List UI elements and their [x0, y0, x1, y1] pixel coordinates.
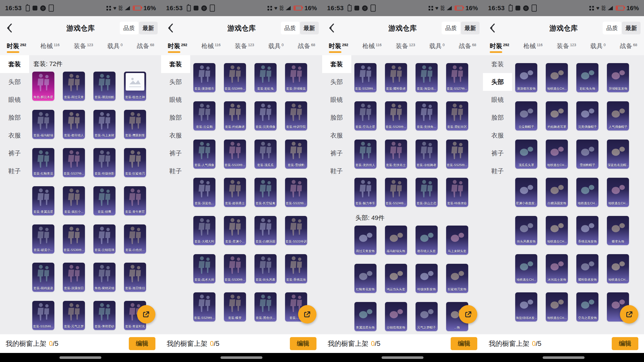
item-card[interactable]: 套装-耀粉歌者 [385, 63, 407, 92]
item-card[interactable]: 街头风暴发饰 [515, 216, 537, 245]
tab-vehicles[interactable]: 载具0 [107, 40, 123, 55]
item-card[interactable]: 人气偶像帽子 [607, 101, 629, 130]
item-card[interactable]: 马上来财头套 [446, 226, 468, 255]
item-card[interactable]: 地铁逃生CH... [546, 216, 568, 245]
sidebar-item-face[interactable]: 脸部 [322, 109, 351, 127]
item-card[interactable]: 套装-SS25特... [446, 140, 468, 169]
item-card[interactable]: 冰河战士发饰 [546, 254, 568, 283]
item-card[interactable]: 元气之梦帽子 [416, 302, 438, 331]
sidebar-item-pants[interactable]: 裤子 [0, 144, 29, 162]
item-card[interactable]: 地铁逃生CH... [607, 178, 629, 207]
tab-equipment[interactable]: 装备123 [74, 40, 93, 55]
item-card[interactable]: 套装-街头风暴 [254, 254, 277, 283]
item-card[interactable]: 套装-蝶变 [224, 292, 246, 322]
sort-quality-button[interactable]: 品质 [120, 22, 138, 34]
sidebar-item-head[interactable]: 头部 [161, 73, 190, 91]
sidebar-item-sets[interactable]: 套装 [483, 55, 512, 73]
item-card[interactable]: 套装-龙的传人 [354, 140, 376, 169]
item-card[interactable]: 云朵鹅帽子 [515, 101, 537, 130]
tab-fashion[interactable]: 时装292 [7, 40, 26, 55]
back-button[interactable] [164, 22, 177, 35]
item-card[interactable]: 套装-霓虹街区 [446, 101, 468, 130]
item-card[interactable]: 套装-特殊使命 [446, 178, 468, 207]
tab-supplies[interactable]: 战备68 [459, 40, 476, 55]
sidebar-item-pants[interactable]: 裤子 [161, 144, 190, 162]
sidebar-item-glasses[interactable]: 眼镜 [161, 91, 190, 109]
item-card[interactable]: 套装-鹰眼刺客 [124, 110, 146, 139]
item-card[interactable]: 雨过天青发饰 [354, 226, 376, 255]
item-card[interactable]: 套装-福马献瑞 [32, 110, 54, 139]
item-card[interactable]: 套装-雨过天青 [63, 72, 85, 101]
item-card[interactable]: 都市猎人头套 [416, 226, 438, 255]
item-card[interactable]: 套装-漫游都市 [193, 63, 215, 92]
item-card[interactable]: 套装-SS34特... [224, 63, 246, 92]
item-card[interactable]: 套装-SS28特... [354, 63, 376, 92]
item-card[interactable]: 套装-完美偶像 [254, 101, 277, 130]
item-card[interactable]: 星渊小夜曲发... [515, 178, 537, 207]
item-card[interactable]: 套装-狂鲨锋刃 [124, 148, 146, 177]
item-card[interactable]: 套装-SS37特... [63, 148, 85, 177]
item-card[interactable]: 角色-紫绡灵猫 [93, 263, 115, 292]
item-card[interactable]: 套装-玲珑侠影 [93, 148, 115, 177]
item-card[interactable]: 套装-SS29特... [193, 292, 215, 322]
item-card[interactable]: 套装-特训学院 [285, 101, 307, 130]
item-card[interactable]: 地铁逃生CH... [546, 140, 568, 169]
back-button[interactable] [3, 22, 16, 35]
tab-fashion[interactable]: 时装292 [168, 40, 187, 55]
home-indicator[interactable] [221, 356, 262, 359]
sort-latest-button[interactable]: 最新 [461, 22, 480, 34]
sidebar-item-face[interactable]: 脸部 [483, 109, 512, 127]
item-card[interactable]: 套装-破蛋小... [32, 224, 54, 254]
item-card[interactable]: 套装-SS27特... [446, 63, 468, 92]
sort-quality-button[interactable]: 品质 [603, 22, 621, 34]
item-card[interactable]: 套装-彩虹兔 [254, 63, 277, 92]
item-card[interactable]: 套装-黑色伏... [254, 292, 277, 322]
sidebar-item-sets[interactable]: 套装 [0, 55, 29, 73]
item-card[interactable]: 套装-元气之梦 [63, 301, 85, 330]
item-card[interactable]: 套装-青年教官 [124, 186, 146, 215]
tab-equipment[interactable]: 装备123 [557, 40, 576, 55]
item-card[interactable]: 灼焰舞者耳罩 [546, 101, 568, 130]
item-card[interactable]: 套装-竞技名士 [385, 140, 407, 169]
item-card[interactable]: 套装-海盐绵... [416, 63, 438, 92]
item-card[interactable]: 套装-SS36特... [63, 224, 85, 254]
tab-firearms[interactable]: 枪械116 [362, 40, 382, 55]
share-export-button[interactable] [459, 305, 477, 324]
sidebar-item-sets[interactable]: 套装 [322, 55, 351, 73]
home-indicator[interactable] [382, 356, 423, 359]
sidebar-item-head[interactable]: 头部 [0, 73, 29, 91]
item-card[interactable]: 套装-雪绒豹 [285, 140, 307, 169]
item-card[interactable]: 套装-青翼流星 [32, 186, 54, 215]
tab-firearms[interactable]: 枪械116 [201, 40, 221, 55]
item-card[interactable]: 青翼流星头饰 [354, 302, 376, 331]
item-card[interactable]: 套装-薄荷星砂 [93, 301, 115, 330]
item-card[interactable]: 套装-狙击之神 [124, 72, 146, 101]
back-button[interactable] [486, 22, 499, 35]
sidebar-item-face[interactable]: 脸部 [161, 109, 190, 127]
item-card[interactable]: 套装-猎鹰 [93, 186, 115, 215]
item-card[interactable]: 套装-战术大师 [193, 254, 215, 283]
item-card[interactable]: 套装-潮流炫酷 [93, 72, 115, 101]
tab-vehicles[interactable]: 载具0 [590, 40, 606, 55]
item-card[interactable]: 套装-星渊小... [224, 216, 246, 245]
item-card[interactable]: 套装-灼焰舞者 [224, 101, 246, 130]
item-card[interactable]: 套装-异域银装 [285, 63, 307, 92]
item-card[interactable]: 套装-云锦琉璃 [93, 224, 115, 254]
edit-button[interactable]: 编辑 [129, 337, 155, 350]
sidebar-item-pants[interactable]: 裤子 [322, 144, 351, 162]
share-export-button[interactable] [298, 305, 316, 324]
item-card[interactable]: 白糖汤圆发饰 [546, 178, 568, 207]
item-card[interactable]: 云锦琉璃发饰 [385, 302, 407, 331]
item-card[interactable]: 套装-红釉青花 [32, 148, 54, 177]
item-card[interactable]: 套装-浪山之恋 [416, 178, 438, 207]
home-indicator[interactable] [543, 356, 585, 359]
item-card[interactable]: 漫游都市发饰 [515, 63, 537, 92]
item-card[interactable]: 套装-香桃花海 [285, 254, 307, 283]
item-card[interactable]: 套装-云朵鹅 [193, 101, 215, 130]
item-card[interactable]: 深蓝色名流帽... [607, 140, 629, 169]
edit-button[interactable]: 编辑 [612, 337, 638, 350]
tab-fashion[interactable]: 时装292 [490, 40, 509, 55]
item-card[interactable]: 套装-SS35特... [32, 301, 54, 330]
sort-quality-button[interactable]: 品质 [281, 22, 299, 34]
item-card[interactable]: 套装-疯狂小... [63, 186, 85, 215]
